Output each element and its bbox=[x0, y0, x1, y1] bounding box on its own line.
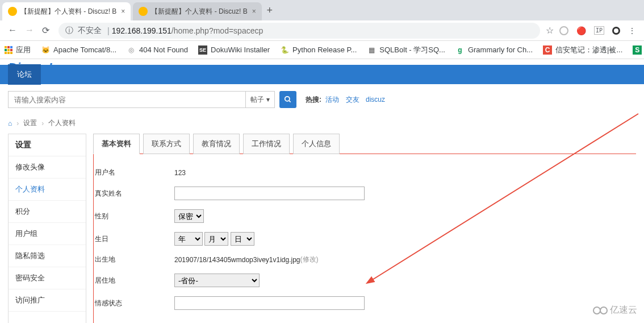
notes-icon: C bbox=[543, 45, 552, 55]
watermark-icon bbox=[600, 307, 608, 314]
realname-input[interactable] bbox=[174, 187, 365, 200]
chevron-right-icon: › bbox=[41, 119, 44, 127]
sidebar-item-credits[interactable]: 积分 bbox=[9, 201, 86, 223]
nav-forum[interactable]: 论坛 bbox=[8, 64, 41, 85]
search-area: 帖子 ▾ 热搜: 活动 交友 discuz bbox=[0, 84, 644, 115]
main-nav: 论坛 bbox=[0, 65, 644, 84]
globe-icon: ◎ bbox=[127, 45, 136, 55]
tab-title: 【新提醒】个人资料 - Discuz! B bbox=[20, 7, 116, 16]
residence-select[interactable]: -省份- bbox=[174, 274, 260, 287]
s-icon: S bbox=[633, 45, 642, 55]
close-icon[interactable]: × bbox=[252, 7, 256, 15]
insecure-label: 不安全 bbox=[78, 26, 102, 36]
breadcrumb: ⌂ › 设置 › 个人资料 bbox=[0, 115, 644, 134]
birthplace-value: 201907/18/143405wmdop3ivey1v1idg.jpg bbox=[174, 256, 300, 264]
bookmark-star-icon[interactable]: ☆ bbox=[546, 25, 554, 36]
browser-tab-strip: 【新提醒】个人资料 - Discuz! B × 【新提醒】个人资料 - Disc… bbox=[0, 0, 644, 20]
sidebar-item-profile[interactable]: 个人资料 bbox=[9, 179, 86, 201]
chevron-right-icon: › bbox=[16, 119, 19, 127]
gender-select[interactable]: 保密 bbox=[174, 209, 204, 223]
back-button[interactable]: ← bbox=[8, 25, 17, 36]
extension-icon[interactable] bbox=[559, 26, 568, 35]
row-partial bbox=[94, 314, 636, 323]
emotion-input[interactable] bbox=[174, 296, 365, 310]
toolbar-right: 🔴 IP ⋮ bbox=[559, 26, 639, 35]
form-panel: 用户名 123 真实姓名 性别 保密 生日 年 月 日 出生地 201907/1… bbox=[93, 154, 636, 323]
site-logo: Discuz! bbox=[0, 59, 644, 65]
search-box: 帖子 ▾ bbox=[8, 91, 275, 108]
sidebar-item-privacy[interactable]: 隐私筛选 bbox=[9, 245, 86, 267]
sidebar-item-password[interactable]: 密码安全 bbox=[9, 267, 86, 289]
grammarly-icon: g bbox=[455, 45, 465, 55]
tab-contact[interactable]: 联系方式 bbox=[143, 134, 190, 154]
hot-link[interactable]: 活动 bbox=[325, 96, 339, 103]
row-residence: 居住地 -省份- bbox=[94, 269, 636, 292]
extension-icon[interactable]: 🔴 bbox=[576, 26, 586, 35]
search-icon bbox=[284, 96, 292, 103]
dokuwiki-icon: SE bbox=[198, 45, 207, 55]
bookmark-python[interactable]: 🐍Python Release P... bbox=[280, 45, 357, 55]
address-bar: ← → ⟳ ⓘ 不安全 | 192.168.199.151/home.php?m… bbox=[0, 20, 644, 41]
reload-button[interactable]: ⟳ bbox=[42, 25, 49, 36]
new-tab-button[interactable]: + bbox=[262, 5, 278, 16]
nav-buttons: ← → ⟳ bbox=[5, 25, 53, 36]
year-select[interactable]: 年 bbox=[174, 232, 203, 246]
extension-icon[interactable]: IP bbox=[594, 26, 604, 35]
row-birthplace: 出生地 201907/18/143405wmdop3ivey1v1idg.jpg… bbox=[94, 250, 636, 269]
bookmark-sqlbolt[interactable]: ▦SQLBolt - 学习SQ... bbox=[367, 45, 445, 55]
search-button[interactable] bbox=[279, 91, 296, 108]
apps-button[interactable]: 应用 bbox=[5, 45, 31, 55]
month-select[interactable]: 月 bbox=[204, 232, 228, 246]
bookmark-grammarly[interactable]: gGrammarly for Ch... bbox=[455, 45, 533, 55]
crumb-settings[interactable]: 设置 bbox=[23, 118, 37, 128]
hot-link[interactable]: discuz bbox=[366, 96, 385, 103]
forward-button[interactable]: → bbox=[25, 25, 34, 36]
favicon-icon bbox=[8, 7, 17, 16]
row-realname: 真实姓名 bbox=[94, 182, 636, 205]
apps-icon bbox=[5, 46, 12, 54]
extension-icon[interactable] bbox=[612, 27, 620, 35]
watermark: 亿速云 bbox=[593, 304, 637, 316]
bookmark-tomcat[interactable]: 🐱Apache Tomcat/8... bbox=[41, 45, 116, 55]
row-username: 用户名 123 bbox=[94, 163, 636, 182]
browser-tab-2[interactable]: 【新提醒】个人资料 - Discuz! B × bbox=[133, 2, 261, 20]
crumb-profile: 个人资料 bbox=[48, 118, 76, 128]
svg-point-0 bbox=[285, 97, 290, 101]
content-panel: 基本资料 联系方式 教育情况 工作情况 个人信息 用户名 123 真实姓名 性别… bbox=[93, 134, 636, 323]
url-input[interactable]: ⓘ 不安全 | 192.168.199.151/home.php?mod=spa… bbox=[58, 23, 540, 39]
close-icon[interactable]: × bbox=[121, 7, 125, 15]
home-icon[interactable]: ⌂ bbox=[8, 119, 12, 127]
bookmark-404[interactable]: ◎404 Not Found bbox=[127, 45, 188, 55]
chevron-down-icon: ▾ bbox=[266, 96, 270, 103]
bookmark-notes[interactable]: C信安笔记：渗透|被... bbox=[543, 45, 622, 55]
tab-education[interactable]: 教育情况 bbox=[193, 134, 240, 154]
tab-work[interactable]: 工作情况 bbox=[243, 134, 290, 154]
url-host: 192.168.199.151 bbox=[112, 26, 172, 35]
search-category[interactable]: 帖子 ▾ bbox=[245, 92, 274, 107]
sidebar-item-promotion[interactable]: 访问推广 bbox=[9, 289, 86, 312]
sidebar-item-avatar[interactable]: 修改头像 bbox=[9, 156, 86, 179]
row-emotion: 情感状态 bbox=[94, 292, 636, 314]
hot-link[interactable]: 交友 bbox=[346, 96, 359, 103]
sidebar-header: 设置 bbox=[9, 134, 86, 156]
tab-title: 【新提醒】个人资料 - Discuz! B bbox=[151, 7, 247, 16]
svg-line-1 bbox=[289, 101, 291, 102]
browser-tab-1[interactable]: 【新提醒】个人资料 - Discuz! B × bbox=[2, 2, 131, 20]
bookmarks-bar: 应用 🐱Apache Tomcat/8... ◎404 Not Found SE… bbox=[0, 41, 644, 59]
row-gender: 性别 保密 bbox=[94, 205, 636, 227]
menu-icon[interactable]: ⋮ bbox=[628, 26, 636, 35]
day-select[interactable]: 日 bbox=[231, 232, 254, 246]
tab-basic[interactable]: 基本资料 bbox=[93, 134, 140, 154]
birthplace-modify-link[interactable]: (修改) bbox=[300, 255, 319, 264]
hot-search: 热搜: 活动 交友 discuz bbox=[306, 95, 390, 105]
row-birthday: 生日 年 月 日 bbox=[94, 227, 636, 250]
site-info-icon[interactable]: ⓘ bbox=[65, 26, 73, 36]
search-input[interactable] bbox=[9, 92, 245, 107]
bookmark-dokuwiki[interactable]: SEDokuWiki Installer bbox=[198, 45, 270, 55]
sidebar: 设置 修改头像 个人资料 积分 用户组 隐私筛选 密码安全 访问推广 bbox=[8, 134, 86, 323]
tab-personal[interactable]: 个人信息 bbox=[293, 134, 340, 154]
bookmark-s[interactable]: S bbox=[633, 45, 642, 55]
sidebar-item-usergroup[interactable]: 用户组 bbox=[9, 223, 86, 245]
url-path: /home.php?mod=spacecp bbox=[172, 26, 264, 35]
python-icon: 🐍 bbox=[280, 45, 289, 55]
